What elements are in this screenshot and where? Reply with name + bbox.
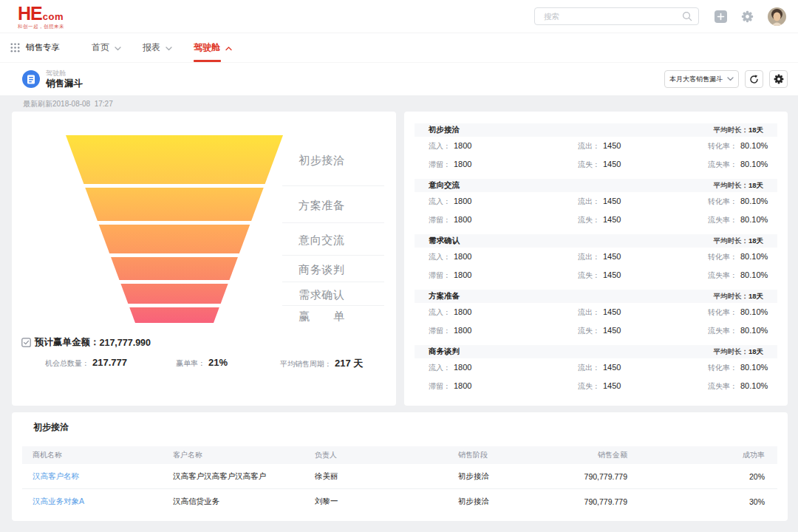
funnel-segment <box>85 188 263 221</box>
metric-value: 80.10% <box>740 270 768 279</box>
page-header: 驾驶舱 销售漏斗 本月大客销售漏斗 <box>0 63 798 95</box>
metric-label: 流入： <box>429 141 451 151</box>
stage-metric: 流失率：80.10% <box>708 326 768 336</box>
stat-label: 机会总数量： <box>45 358 89 369</box>
nav-item[interactable]: 首页 <box>92 33 121 62</box>
stage-name: 方案准备 <box>429 291 460 301</box>
funnel-label-separator <box>282 222 384 223</box>
app-switcher[interactable]: 销售专享 <box>10 42 60 53</box>
stage-metric: 滞留：1800 <box>429 381 578 392</box>
funnel-stage-label: 意向交流 <box>299 234 344 245</box>
nav-item-label: 报表 <box>143 41 160 54</box>
page-category: 驾驶舱 <box>46 70 83 77</box>
funnel-filter-select[interactable]: 本月大客销售漏斗 <box>664 70 739 88</box>
checkbox-icon[interactable] <box>21 338 31 347</box>
table-cell: 汉高客户汉高客户汉高客户 <box>173 471 315 482</box>
chevron-down-icon <box>166 43 172 53</box>
metric-label: 转化率： <box>708 141 737 151</box>
funnel-segment <box>120 284 228 304</box>
funnel-stage-label: 需求确认 <box>299 289 344 300</box>
search-box[interactable] <box>534 7 699 25</box>
stage-metric: 流失：1450 <box>578 215 708 225</box>
active-tab-underline <box>194 60 221 62</box>
stat-label: 赢单率： <box>176 358 205 369</box>
stage-name: 初步接洽 <box>429 125 460 135</box>
stage-metric: 流失：1450 <box>578 381 708 392</box>
add-button[interactable] <box>715 10 727 23</box>
table-cell: 20% <box>627 472 777 481</box>
stat-value: 21% <box>208 357 228 368</box>
metric-value: 1450 <box>603 326 621 335</box>
funnel-stage-label: 方案准备 <box>299 200 344 211</box>
chevron-up-icon <box>225 43 232 53</box>
metric-value: 1450 <box>603 215 621 224</box>
table-cell: 790,779.779 <box>539 497 627 506</box>
funnel-stage-label: 赢单 <box>299 310 344 321</box>
nav-item[interactable]: 驾驶舱 <box>194 33 232 62</box>
metric-label: 滞留： <box>429 326 451 336</box>
stage-name: 商务谈判 <box>429 347 460 357</box>
stage-name: 意向交流 <box>429 180 460 191</box>
stage-duration: 平均时长：18天 <box>713 292 763 301</box>
funnel-segment <box>66 135 283 184</box>
stage-metrics-row: 流入：1800流出：1450转化率：80.10% <box>415 248 777 266</box>
expected-amount-label: 预计赢单金额： <box>35 336 100 349</box>
stage-metric: 流失率：80.10% <box>708 215 768 225</box>
stage-name: 需求确认 <box>429 236 460 246</box>
stage-metric: 滞留：1800 <box>429 160 578 170</box>
stage-metrics-row: 滞留：1800流失：1450流失率：80.10% <box>415 211 777 229</box>
stage-metric: 滞留：1800 <box>429 270 578 281</box>
metric-label: 转化率： <box>708 252 737 262</box>
duration-label: 平均时长： <box>713 347 748 355</box>
metric-value: 80.10% <box>740 160 768 168</box>
opportunity-link[interactable]: 汉高客户名称 <box>22 471 173 482</box>
stage-metric: 流入：1800 <box>429 197 578 207</box>
stage-metric: 流失：1450 <box>578 160 708 170</box>
funnel-stats-row: 机会总数量：217.777赢单率：21%平均销售周期：217 天 <box>12 357 396 370</box>
stage-metrics-row: 流入：1800流出：1450转化率：80.10% <box>415 303 777 321</box>
user-avatar[interactable] <box>768 7 786 26</box>
table-cell: 790,779.779 <box>539 472 627 481</box>
funnel-stat: 赢单率：21% <box>176 357 228 370</box>
stage-metric: 流出：1450 <box>578 141 708 151</box>
table-cell: 初步接洽 <box>458 471 539 482</box>
brand-logo[interactable]: HE com 和创一起，创想未来 <box>18 4 64 30</box>
chevron-down-icon <box>115 43 121 53</box>
stat-value: 217 天 <box>335 357 363 370</box>
stage-section: 需求确认平均时长：18天流入：1800流出：1450转化率：80.10%滞留：1… <box>415 234 777 284</box>
search-input[interactable] <box>544 12 682 21</box>
metric-value: 1450 <box>603 381 621 390</box>
refresh-button[interactable] <box>745 70 763 88</box>
metric-value: 1800 <box>454 252 471 261</box>
stage-metric: 转化率：80.10% <box>708 307 768 318</box>
stage-metrics-row: 滞留：1800流失：1450流失率：80.10% <box>415 377 777 395</box>
settings-button[interactable] <box>769 70 788 88</box>
opportunity-link[interactable]: 汉高业务对象A <box>22 497 173 507</box>
stage-metrics-row: 流入：1800流出：1450转化率：80.10% <box>415 192 777 211</box>
search-icon[interactable] <box>682 11 692 21</box>
metric-label: 流失： <box>578 381 600 392</box>
metric-value: 80.10% <box>740 307 768 316</box>
nav-item[interactable]: 报表 <box>143 33 172 62</box>
nav-item-label: 首页 <box>92 41 109 54</box>
grid-menu-icon <box>10 43 20 52</box>
metric-label: 滞留： <box>429 160 451 170</box>
table-row: 汉高客户名称汉高客户汉高客户汉高客户徐美丽初步接洽790,779.77920% <box>22 464 777 489</box>
metric-value: 80.10% <box>740 215 768 224</box>
stage-duration: 平均时长：18天 <box>713 236 763 246</box>
settings-gear-icon[interactable] <box>741 10 754 23</box>
metric-value: 80.10% <box>740 381 768 390</box>
metric-label: 滞留： <box>429 381 451 392</box>
app-name: 销售专享 <box>26 42 60 53</box>
metric-label: 流失： <box>578 326 600 336</box>
funnel-segment <box>99 225 250 253</box>
duration-label: 平均时长： <box>713 126 748 134</box>
funnel-segment <box>129 307 219 323</box>
stage-section: 初步接洽平均时长：18天流入：1800流出：1450转化率：80.10%滞留：1… <box>415 123 777 174</box>
stage-details-card: 初步接洽平均时长：18天流入：1800流出：1450转化率：80.10%滞留：1… <box>404 112 788 406</box>
metric-value: 1450 <box>603 363 621 372</box>
metric-value: 80.10% <box>740 326 768 335</box>
top-bar: HE com 和创一起，创想未来 <box>0 0 798 33</box>
stage-metric: 转化率：80.10% <box>708 252 768 262</box>
stage-metric: 流失率：80.10% <box>708 270 768 281</box>
